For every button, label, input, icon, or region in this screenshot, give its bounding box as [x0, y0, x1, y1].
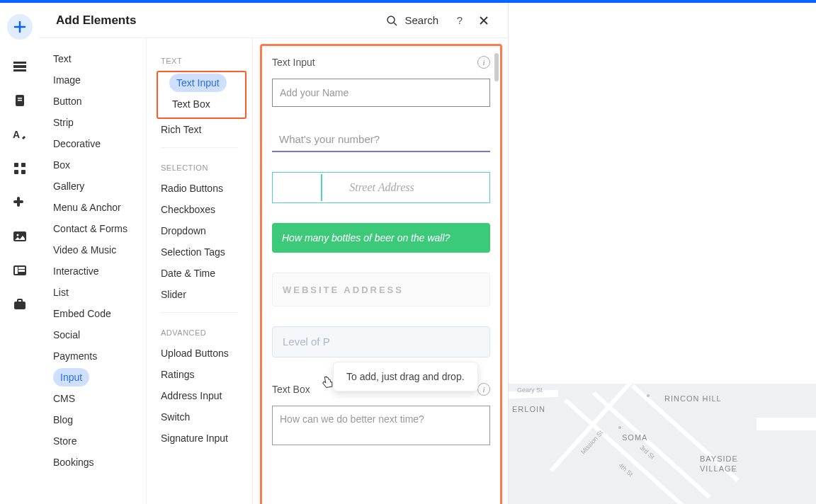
category-video-music[interactable]: Video & Music: [39, 239, 146, 260]
svg-point-19: [387, 16, 395, 23]
category-image[interactable]: Image: [39, 69, 146, 91]
sub-address-input[interactable]: Address Input: [147, 385, 252, 406]
sub-switch[interactable]: Switch: [147, 406, 252, 428]
section-text-input: Text Input: [272, 57, 315, 68]
category-button[interactable]: Button: [39, 91, 146, 112]
svg-rect-8: [21, 163, 26, 167]
category-list[interactable]: List: [39, 282, 146, 303]
panel-title: Add Elements: [56, 13, 386, 28]
category-bookings[interactable]: Bookings: [39, 452, 146, 473]
svg-rect-18: [18, 299, 22, 302]
svg-rect-2: [13, 69, 26, 71]
left-rail: A: [0, 3, 39, 504]
sub-slider[interactable]: Slider: [147, 284, 252, 305]
highlighted-text-items: Text InputText Box: [157, 71, 246, 119]
sample-beer-input[interactable]: [272, 223, 490, 253]
sub-upload-buttons[interactable]: Upload Buttons: [147, 343, 252, 364]
sub-text-input[interactable]: Text Input: [169, 74, 227, 92]
preview-highlight: Text Input i Website Address: [260, 44, 502, 504]
add-button[interactable]: [7, 14, 33, 40]
close-icon[interactable]: [477, 13, 491, 28]
number-field[interactable]: [272, 127, 490, 152]
search-icon: [386, 15, 397, 26]
panel-header: Add Elements Search ?: [39, 3, 508, 38]
category-store[interactable]: Store: [39, 430, 146, 452]
category-decorative[interactable]: Decorative: [39, 133, 146, 154]
category-input[interactable]: Input: [53, 368, 89, 386]
category-box[interactable]: Box: [39, 154, 146, 176]
svg-rect-16: [18, 270, 25, 272]
svg-rect-5: [18, 100, 22, 101]
feedback-field[interactable]: [272, 406, 490, 445]
category-payments[interactable]: Payments: [39, 345, 146, 367]
road-geary: Geary St: [517, 386, 543, 394]
category-strip[interactable]: Strip: [39, 112, 146, 133]
road-4th: 4th St: [617, 462, 634, 478]
sub-date-time[interactable]: Date & Time: [147, 263, 252, 284]
text-style-icon[interactable]: A: [13, 127, 27, 142]
map-preview[interactable]: Geary St Mission St 3rd St 4th St ERLOIN…: [509, 384, 816, 504]
sample-feedback-textarea[interactable]: [272, 406, 490, 448]
svg-rect-4: [18, 98, 22, 99]
map-label: SOMA: [622, 433, 647, 442]
sample-website-input[interactable]: Website Address: [272, 273, 490, 307]
business-icon[interactable]: [13, 297, 27, 311]
category-gallery[interactable]: Gallery: [39, 176, 146, 197]
category-interactive[interactable]: Interactive: [39, 260, 146, 282]
svg-rect-1: [13, 65, 26, 68]
svg-rect-9: [14, 170, 18, 174]
sub-selection-tags[interactable]: Selection Tags: [147, 241, 252, 263]
map-label: VILLAGE: [700, 464, 737, 473]
website-placeholder: Website Address: [283, 285, 404, 295]
category-social[interactable]: Social: [39, 324, 146, 345]
apps-icon[interactable]: [13, 161, 27, 176]
info-icon[interactable]: i: [477, 383, 490, 396]
data-icon[interactable]: [13, 263, 27, 277]
sample-name-input[interactable]: [272, 79, 490, 107]
svg-text:A: A: [13, 129, 20, 140]
category-blog[interactable]: Blog: [39, 409, 146, 430]
svg-rect-10: [21, 170, 26, 174]
sample-street-input[interactable]: [272, 172, 490, 203]
scrollbar[interactable]: [494, 53, 499, 81]
svg-rect-7: [14, 163, 18, 167]
svg-rect-14: [15, 267, 18, 274]
sub-heading-selection: SELECTION: [147, 155, 252, 178]
category-list: TextImageButtonStripDecorativeBoxGallery…: [39, 38, 147, 504]
sub-text-box[interactable]: Text Box: [158, 93, 245, 115]
sub-checkboxes[interactable]: Checkboxes: [147, 199, 252, 220]
drag-drop-tooltip: To add, just drag and drop.: [333, 362, 478, 391]
section-icon[interactable]: [13, 59, 27, 74]
category-menu-anchor[interactable]: Menu & Anchor: [39, 197, 146, 218]
category-contact-forms[interactable]: Contact & Forms: [39, 218, 146, 239]
sub-rich-text[interactable]: Rich Text: [147, 119, 252, 140]
page-icon[interactable]: [13, 93, 27, 108]
street-field[interactable]: [321, 174, 441, 201]
svg-rect-0: [13, 62, 26, 64]
sub-heading-text: TEXT: [147, 48, 252, 71]
level-placeholder: Level of P: [283, 336, 330, 348]
sample-number-input[interactable]: [272, 127, 490, 152]
search-button[interactable]: Search: [386, 14, 438, 26]
puzzle-icon[interactable]: [13, 195, 27, 210]
map-label: ERLOIN: [512, 405, 545, 413]
sub-dropdown[interactable]: Dropdown: [147, 220, 252, 241]
section-text-box: Text Box: [272, 384, 310, 395]
name-field[interactable]: [272, 79, 490, 107]
subcategory-list: TEXT Text InputText Box Rich Text SELECT…: [147, 38, 253, 504]
media-icon[interactable]: [13, 229, 27, 244]
sub-radio-buttons[interactable]: Radio Buttons: [147, 178, 252, 199]
sub-ratings[interactable]: Ratings: [147, 364, 252, 385]
preview-column: Text Input i Website Address: [253, 38, 508, 504]
add-elements-panel: Add Elements Search ? TextImageButtonStr…: [39, 3, 509, 504]
category-text[interactable]: Text: [39, 48, 146, 69]
svg-point-12: [16, 234, 18, 236]
category-embed-code[interactable]: Embed Code: [39, 303, 146, 324]
info-icon[interactable]: i: [477, 56, 490, 69]
help-icon[interactable]: ?: [451, 12, 468, 29]
sample-level-input[interactable]: Level of P: [272, 326, 490, 357]
map-label: RINCON HILL: [664, 394, 722, 403]
sub-signature-input[interactable]: Signature Input: [147, 428, 252, 449]
beer-field[interactable]: [282, 232, 480, 244]
category-cms[interactable]: CMS: [39, 388, 146, 409]
